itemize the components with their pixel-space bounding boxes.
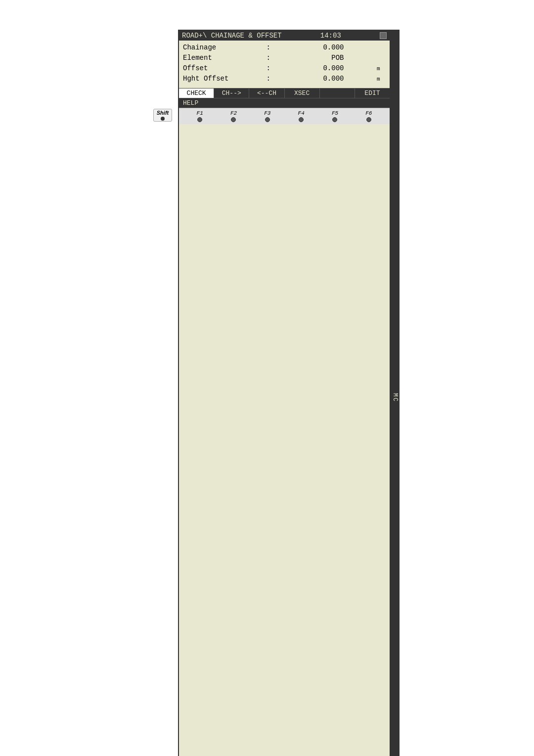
fkey-f1-1[interactable]: F1	[197, 110, 203, 122]
screen1-row-hght: Hght Offset : 0.000 m	[183, 74, 386, 84]
screen1-button-row: CHECK CH--> <--CH XSEC EDIT	[179, 88, 390, 98]
fkey-f5-1[interactable]: F5	[332, 110, 338, 122]
check-button[interactable]: CHECK	[179, 89, 214, 98]
fkey-f2-1[interactable]: F2	[230, 110, 237, 122]
screen1-fkey-row: F1 F2 F3 F4	[179, 108, 390, 124]
screen1: ROAD+\ CHAINAGE & OFFSET 14:03 Chainage …	[178, 30, 391, 756]
xsec-button[interactable]: XSEC	[285, 89, 320, 98]
screen1-row-element: Element : POB	[183, 53, 386, 63]
screen1-row-offset: Offset : 0.000 m	[183, 63, 386, 74]
screen1-help-label[interactable]: HELP	[183, 99, 198, 107]
fkey-f4-1[interactable]: F4	[298, 110, 305, 122]
mc-label-1: MC	[391, 30, 400, 756]
screen1-time: 14:03	[320, 32, 341, 40]
ch-prev-button[interactable]: <--CH	[249, 89, 284, 98]
screen1-title-bar: ROAD+\ CHAINAGE & OFFSET 14:03	[179, 31, 390, 41]
screen1-wrapper: Shift ROAD+\ CHAINAGE & OFFSET 14:03	[178, 30, 504, 756]
fkey-f3-1[interactable]: F3	[264, 110, 270, 122]
screen1-body: Chainage : 0.000 Element : POB Off	[179, 41, 390, 88]
empty-btn-1	[320, 89, 355, 98]
edit-button[interactable]: EDIT	[355, 89, 390, 98]
shift-button[interactable]: Shift	[153, 109, 172, 122]
screen1-title: ROAD+\ CHAINAGE & OFFSET	[182, 32, 282, 40]
screen1-row-chainage: Chainage : 0.000	[183, 43, 386, 53]
ch-next-button[interactable]: CH-->	[214, 89, 249, 98]
screen1-help-row: HELP	[179, 98, 390, 108]
fkey-f6-1[interactable]: F6	[365, 110, 372, 122]
